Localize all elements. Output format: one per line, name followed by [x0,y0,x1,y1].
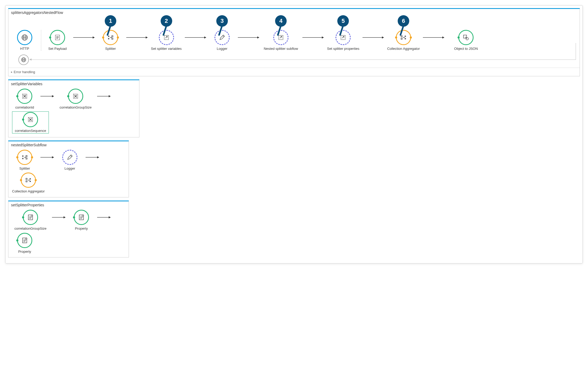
logger-icon [62,150,77,165]
arrow-icon [361,30,385,45]
node-label: Collection Aggregator [12,189,45,193]
variable-icon [23,112,38,127]
flow-set-splitter-properties[interactable]: setSplitterProperties correlationGroupSi… [8,201,129,257]
flow-body: correlationGroupSize Property Property [8,207,129,257]
node-logger[interactable]: 3 Logger [209,30,235,51]
aggregator-icon [396,30,411,45]
splitter-icon [103,30,118,45]
node-label: Collection Aggregator [387,47,420,51]
badge-4: 4 [275,15,287,27]
node-splitter[interactable]: 1 Splitter [98,30,123,51]
flow-ref-icon [159,30,174,45]
node-label: Nested splitter subflow [264,47,298,51]
arrow-icon [301,30,325,45]
flow-title: setSplitterProperties [8,201,129,207]
node-property-2[interactable]: Property [12,233,37,254]
flow-title: nestedSplitterSubflow [8,141,129,147]
response-path [8,55,580,68]
badge-3: 3 [216,15,228,27]
flow-ref-icon [335,30,351,45]
node-set-splitter-variables[interactable]: 2 Set splitter variables [151,30,182,51]
node-label: correlationGroupSize [60,105,92,110]
node-label: Property [18,250,31,254]
node-label: correlationSequence [15,129,46,133]
node-label: Set splitter properties [327,47,359,51]
node-label: Logger [65,166,75,171]
node-label: Set Payload [48,47,67,51]
aggregator-icon [21,173,36,188]
node-collection-aggregator[interactable]: 6 Collection Aggregator [387,30,420,51]
variable-icon [68,89,83,104]
node-set-splitter-properties[interactable]: 5 Set splitter properties [327,30,359,51]
splitter-icon [17,150,32,165]
flow-body: HTTP Set Payload 1 Splitter [8,15,580,55]
canvas: splittersAggregatorsNestedFlow HTTP Set … [5,5,583,263]
flow-title: setSplitterVariables [8,80,139,86]
flow-title: splittersAggregatorsNestedFlow [8,9,580,15]
badge-5: 5 [337,15,349,27]
node-nested-splitter-subflow[interactable]: 4 Nested splitter subflow [262,30,299,51]
node-label: correlationId [15,105,34,110]
node-label: Set splitter variables [151,47,182,51]
error-handling-label: Error handling [14,70,35,74]
property-icon [17,233,32,248]
variable-icon [17,89,32,104]
node-label: Splitter [105,47,116,51]
arrow-icon [237,30,260,45]
flow-body: Splitter Logger Collection Aggregator [8,147,129,197]
property-icon [23,210,38,225]
node-label: Splitter [19,166,30,171]
node-correlation-group-size[interactable]: correlationGroupSize [57,89,94,110]
arrow-icon [96,210,112,225]
return-connector [31,60,576,60]
node-label: HTTP [20,47,29,51]
http-response-icon [18,55,29,65]
arrow-icon [85,150,100,165]
arrow-icon [96,89,112,104]
flow-main[interactable]: splittersAggregatorsNestedFlow HTTP Set … [8,8,580,76]
arrow-icon [39,150,55,165]
flow-ref-icon [273,30,288,45]
arrow-icon [184,30,207,45]
flow-set-splitter-variables[interactable]: setSplitterVariables correlationId corre… [8,79,139,137]
arrow-icon [39,89,55,104]
transformer-icon [458,30,474,45]
badge-1: 1 [105,15,116,27]
arrow-icon [125,30,149,45]
node-collection-aggregator[interactable]: Collection Aggregator [12,173,45,193]
node-correlation-sequence[interactable]: correlationSequence [12,111,49,133]
node-label: Object to JSON [454,47,478,51]
source-separator [41,30,41,51]
node-logger[interactable]: Logger [57,150,82,171]
flow-nested-splitter-subflow[interactable]: nestedSplitterSubflow Splitter Logger [8,141,129,197]
node-object-to-json[interactable]: Object to JSON [448,30,484,51]
node-http[interactable]: HTTP [12,30,37,51]
property-icon [74,210,89,225]
node-splitter[interactable]: Splitter [12,150,37,171]
logger-icon [214,30,230,45]
arrow-icon [72,30,96,45]
node-label: Logger [217,47,227,51]
node-correlation-id[interactable]: correlationId [12,89,37,110]
node-set-payload[interactable]: Set Payload [45,30,70,51]
node-property-1[interactable]: Property [69,210,94,231]
arrow-icon [51,210,67,225]
badge-6: 6 [398,15,409,27]
set-payload-icon [50,30,65,45]
http-listener-icon [17,30,32,45]
node-label: Property [75,227,88,231]
flow-body: correlationId correlationGroupSize corre… [8,86,139,137]
node-label: correlationGroupSize [14,227,46,231]
error-handling-section[interactable]: Error handling [8,68,580,76]
node-correlation-group-size[interactable]: correlationGroupSize [12,210,49,231]
badge-2: 2 [161,15,172,27]
arrow-icon [422,30,445,45]
